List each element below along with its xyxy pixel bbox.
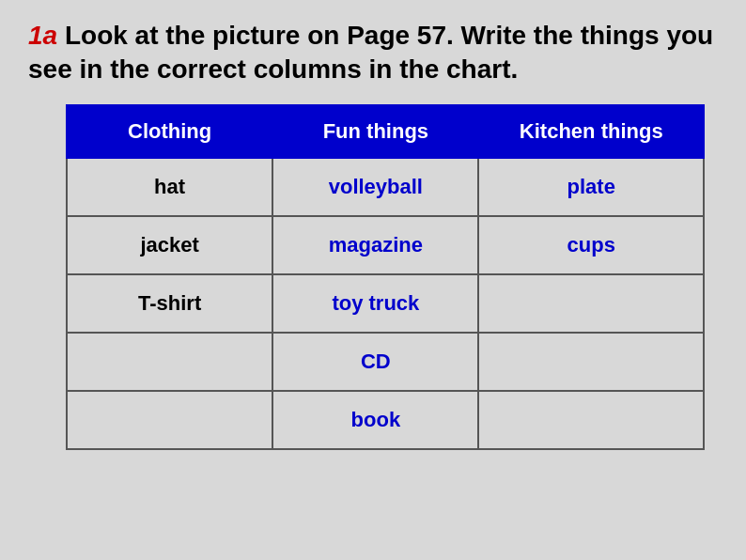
clothing-cell: T-shirt: [67, 274, 272, 333]
table-row: CD: [67, 333, 704, 391]
instruction-text: 1a Look at the picture on Page 57. Write…: [28, 19, 718, 87]
table-row: jacketmagazinecups: [67, 216, 704, 274]
exercise-number: 1a: [28, 21, 57, 50]
kitchen-cell: cups: [478, 216, 704, 274]
col-header-kitchen: Kitchen things: [478, 105, 704, 158]
kitchen-cell: plate: [478, 158, 704, 216]
kitchen-cell: [478, 274, 704, 333]
fun-cell: book: [272, 391, 478, 449]
instruction-body: Look at the picture on Page 57. Write th…: [28, 21, 713, 84]
table-row: book: [67, 391, 704, 449]
fun-cell: magazine: [272, 216, 478, 274]
kitchen-cell: [478, 333, 704, 391]
fun-cell: volleyball: [272, 158, 478, 216]
col-header-fun: Fun things: [272, 105, 478, 158]
table-row: hatvolleyballplate: [67, 158, 704, 216]
clothing-cell: jacket: [67, 216, 272, 274]
kitchen-cell: [478, 391, 704, 449]
fun-cell: toy truck: [272, 274, 478, 333]
fun-cell: CD: [272, 333, 478, 391]
col-header-clothing: Clothing: [67, 105, 272, 158]
clothing-cell: [67, 333, 272, 391]
table-header-row: Clothing Fun things Kitchen things: [67, 105, 704, 158]
chart-table: Clothing Fun things Kitchen things hatvo…: [66, 104, 705, 450]
clothing-cell: [67, 391, 272, 449]
table-row: T-shirttoy truck: [67, 274, 704, 333]
clothing-cell: hat: [67, 158, 272, 216]
